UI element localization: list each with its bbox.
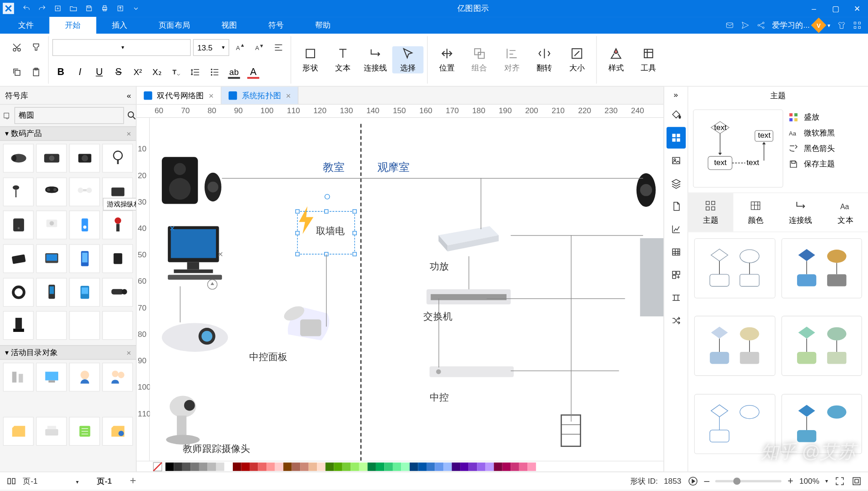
document-tab[interactable]: 双代号网络图× xyxy=(136,87,221,104)
expand-panel-icon[interactable]: » xyxy=(674,90,678,99)
color-swatch[interactable] xyxy=(426,462,435,471)
superscript-button[interactable]: X² xyxy=(129,64,146,80)
window-maximize-button[interactable]: ▢ xyxy=(825,0,847,17)
font-color-button[interactable]: A xyxy=(245,64,261,80)
pages-icon[interactable] xyxy=(6,476,17,486)
symbol-item[interactable] xyxy=(3,177,34,206)
device-camera[interactable] xyxy=(156,389,216,451)
symbol-item[interactable] xyxy=(36,177,66,206)
style-button[interactable]: 样式 xyxy=(600,46,632,74)
apps-icon[interactable] xyxy=(853,20,862,30)
shuffle-tool-icon[interactable] xyxy=(666,310,685,331)
menu-insert[interactable]: 插入 xyxy=(96,17,143,34)
document-tab[interactable]: 系统拓扑图× xyxy=(221,87,299,104)
device-control-panel[interactable] xyxy=(276,292,342,360)
page-tool-icon[interactable] xyxy=(666,195,685,217)
message-icon[interactable] xyxy=(725,20,734,30)
presentation-icon[interactable] xyxy=(687,476,698,486)
color-swatch[interactable] xyxy=(275,462,284,471)
print-icon[interactable] xyxy=(97,1,112,16)
select-button[interactable]: 选择 xyxy=(392,46,424,74)
close-section-icon[interactable]: × xyxy=(126,348,131,357)
distribute-tool-icon[interactable] xyxy=(666,287,685,309)
tools-button[interactable]: 工具 xyxy=(633,46,664,74)
no-color-icon[interactable] xyxy=(152,461,163,471)
color-swatch[interactable] xyxy=(477,462,486,471)
menu-page-layout[interactable]: 页面布局 xyxy=(143,17,206,34)
undo-icon[interactable] xyxy=(19,1,34,16)
symbol-item[interactable] xyxy=(69,311,100,340)
color-swatch[interactable] xyxy=(443,462,452,471)
color-swatch[interactable] xyxy=(174,462,182,471)
fullscreen-icon[interactable] xyxy=(851,476,862,486)
search-icon[interactable] xyxy=(126,107,137,124)
page-tab[interactable]: 页-1 xyxy=(97,476,111,486)
theme-card[interactable] xyxy=(694,394,775,454)
device-rack[interactable] xyxy=(559,413,583,451)
color-swatch[interactable] xyxy=(283,462,292,471)
section-active-directory[interactable]: ▾ 活动目录对象× xyxy=(0,345,136,360)
device-server[interactable] xyxy=(637,235,663,321)
theme-prop-arrow[interactable]: 黑色箭头 xyxy=(788,143,863,154)
symbol-item[interactable] xyxy=(3,144,34,173)
symbol-item[interactable] xyxy=(102,311,133,340)
theme-card[interactable] xyxy=(694,316,775,376)
copy-button[interactable] xyxy=(9,64,25,80)
color-swatch[interactable] xyxy=(317,462,326,471)
position-button[interactable]: 位置 xyxy=(431,46,463,74)
symbol-item[interactable] xyxy=(36,311,66,340)
device-speakers[interactable] xyxy=(159,154,225,210)
device-switch[interactable] xyxy=(423,283,513,312)
underline-button[interactable]: U xyxy=(91,64,108,80)
color-swatch[interactable] xyxy=(292,462,301,471)
drawing-canvas[interactable]: 教室 观摩室 ✕ ✕ xyxy=(150,118,663,461)
close-section-icon[interactable]: × xyxy=(126,129,131,138)
theme-tab-theme[interactable]: 主题 xyxy=(688,193,733,232)
symbol-item[interactable] xyxy=(102,144,133,173)
color-swatch[interactable] xyxy=(410,462,418,471)
save-icon[interactable] xyxy=(82,1,96,16)
highlight-button[interactable]: ab xyxy=(226,64,242,80)
device-speakers[interactable] xyxy=(631,169,661,213)
color-swatch[interactable] xyxy=(376,462,385,471)
symbol-item[interactable] xyxy=(69,177,100,206)
redo-icon[interactable] xyxy=(35,1,50,16)
paste-button[interactable] xyxy=(28,64,45,80)
color-swatch[interactable] xyxy=(494,462,502,471)
color-swatch[interactable] xyxy=(359,462,368,471)
theme-card[interactable] xyxy=(781,394,862,454)
flip-button[interactable]: 翻转 xyxy=(529,46,560,74)
zoom-value[interactable]: 100% xyxy=(799,476,819,486)
color-swatch[interactable] xyxy=(401,462,410,471)
align-group-button[interactable]: 对齐 xyxy=(496,46,527,74)
fill-tool-icon[interactable] xyxy=(666,104,685,126)
color-swatch[interactable] xyxy=(460,462,469,471)
zoom-out-button[interactable]: – xyxy=(704,476,710,486)
symbol-item[interactable] xyxy=(69,210,100,240)
symbol-item[interactable] xyxy=(102,244,133,273)
case-button[interactable]: T xyxy=(168,64,185,80)
strike-button[interactable]: S xyxy=(110,64,127,80)
image-tool-icon[interactable] xyxy=(666,150,685,171)
italic-button[interactable]: I xyxy=(71,64,88,80)
color-swatch[interactable] xyxy=(216,462,225,471)
color-swatch[interactable] xyxy=(469,462,477,471)
color-swatch[interactable] xyxy=(418,462,426,471)
rotation-handle-icon[interactable] xyxy=(324,193,331,200)
symbol-search-input[interactable] xyxy=(15,107,124,124)
share-icon[interactable] xyxy=(756,20,766,30)
bold-button[interactable]: B xyxy=(52,64,69,80)
format-painter-button[interactable] xyxy=(28,39,45,56)
resize-handle-x[interactable]: ✕ xyxy=(169,224,175,233)
font-shrink-button[interactable]: A▾ xyxy=(251,39,268,56)
theme-prop-scheme[interactable]: 盛放 xyxy=(788,112,863,123)
color-swatch[interactable] xyxy=(452,462,461,471)
symbol-item[interactable] xyxy=(36,210,66,240)
color-swatch[interactable] xyxy=(233,462,241,471)
symbol-item[interactable] xyxy=(36,144,66,173)
symbol-item[interactable] xyxy=(3,311,34,340)
send-icon[interactable] xyxy=(741,20,750,30)
color-swatch[interactable] xyxy=(300,462,309,471)
zoom-slider[interactable] xyxy=(716,480,782,482)
connection-handle-icon[interactable] xyxy=(207,279,218,290)
